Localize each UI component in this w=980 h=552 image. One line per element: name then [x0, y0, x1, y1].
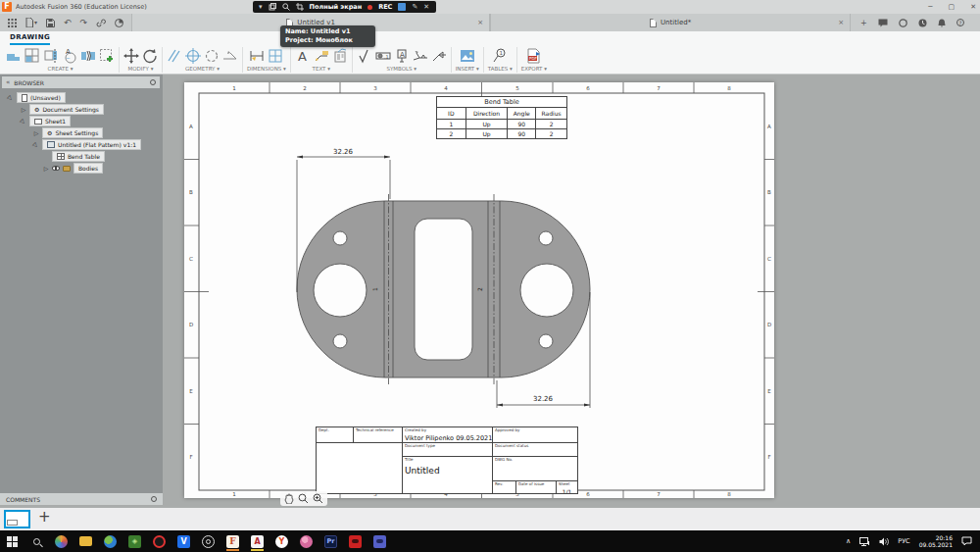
panel-options-icon[interactable]	[150, 79, 156, 85]
datum-identifier-icon[interactable]: A	[394, 48, 410, 64]
move-icon[interactable]	[123, 48, 139, 64]
tree-item-bend-table[interactable]: Bend Table	[52, 151, 105, 162]
group-label[interactable]: EXPORT ▾	[521, 66, 547, 72]
welding-symbol-icon[interactable]	[413, 48, 428, 64]
help-icon[interactable]: ?	[956, 19, 964, 26]
group-label[interactable]: SYMBOLS ▾	[386, 66, 416, 72]
expander-icon[interactable]: ▷	[21, 106, 26, 113]
break-view-icon[interactable]	[80, 48, 96, 64]
action-center-icon[interactable]	[961, 536, 972, 546]
export-pdf-icon[interactable]: PDF	[526, 48, 542, 64]
pen-icon[interactable]: ✎	[412, 3, 417, 11]
taskbar-app-red[interactable]	[343, 530, 368, 552]
zoom-in-icon[interactable]	[313, 493, 323, 504]
flat-pattern-view[interactable]: 1 2 32.26 32.26	[282, 145, 606, 418]
taskbar-search-icon[interactable]	[24, 530, 49, 552]
centermark-icon[interactable]	[185, 48, 201, 64]
tray-clock[interactable]: 20:16 09.05.2021	[919, 534, 953, 548]
sketch-circle-icon[interactable]	[204, 48, 220, 64]
expander-icon[interactable]: ▷	[31, 140, 40, 149]
collapse-panel-icon[interactable]: «	[6, 78, 10, 86]
group-label[interactable]: INSERT ▾	[456, 66, 479, 72]
dimension-icon[interactable]	[249, 48, 265, 64]
leader-text-icon[interactable]	[314, 48, 329, 64]
fullscreen-mode-button[interactable]: Полный экран	[310, 3, 363, 11]
taskbar-app-premiere[interactable]: Pr	[318, 530, 343, 552]
note-icon[interactable]	[332, 48, 348, 64]
group-label[interactable]: DIMENSIONS ▾	[247, 66, 286, 72]
feature-control-frame-icon[interactable]: .1	[375, 48, 391, 64]
add-sheet-icon[interactable]: +	[38, 508, 51, 526]
expander-icon[interactable]: ▷	[19, 117, 27, 125]
tree-item-unsaved[interactable]: ▷ (Unsaved)	[8, 92, 66, 103]
text-icon[interactable]: A	[295, 48, 311, 64]
taskbar-app-recorder[interactable]	[147, 530, 172, 552]
maximize-icon[interactable]: ▢	[949, 3, 956, 11]
group-label[interactable]: TABLES ▾	[488, 66, 513, 72]
surface-finish-icon[interactable]	[357, 48, 372, 64]
taskbar-app-globe[interactable]	[98, 530, 122, 552]
magnifier-icon[interactable]	[282, 3, 290, 11]
group-label[interactable]: CREATE ▾	[48, 66, 74, 72]
tree-item-flat-pattern[interactable]: ▷ Untitled (Flat Pattern) v1:1	[33, 139, 141, 150]
tray-chevron-icon[interactable]: ∧	[846, 537, 851, 545]
tree-item-sheet1[interactable]: ▷ Sheet1	[21, 116, 71, 126]
visibility-eye-icon[interactable]	[52, 166, 60, 171]
browser-panel-header[interactable]: « BROWSER	[2, 76, 160, 88]
centerline-icon[interactable]	[167, 48, 182, 64]
edge-symbol-icon[interactable]	[431, 48, 447, 64]
base-view-icon[interactable]	[6, 48, 22, 64]
taskbar-app-pink[interactable]	[294, 530, 318, 552]
sheet1-thumbnail-tab[interactable]	[4, 510, 30, 528]
close-icon[interactable]: ✕	[970, 3, 976, 11]
tree-item-bodies[interactable]: ▷ Bodies	[43, 163, 103, 174]
redo-icon[interactable]: ↷	[80, 19, 88, 27]
feedback-icon[interactable]	[878, 19, 888, 27]
title-block[interactable]: Dept. Technical reference Created by Vik…	[316, 427, 578, 494]
expander-icon[interactable]: ▷	[33, 129, 39, 136]
taskbar-app-compass[interactable]	[49, 530, 74, 552]
data-panel-grid-icon[interactable]	[8, 19, 17, 27]
sync-icon[interactable]	[899, 19, 907, 27]
copy-icon[interactable]	[269, 3, 276, 11]
language-indicator[interactable]: РУС	[898, 537, 909, 545]
baseline-dimension-icon[interactable]	[268, 48, 283, 64]
file-menu-caret-icon[interactable]: ▾	[34, 20, 37, 25]
recorder-panel-icon[interactable]	[398, 3, 406, 11]
zoom-window-icon[interactable]	[298, 493, 309, 504]
taskbar-app-autocad[interactable]: A	[245, 530, 270, 552]
taskbar-file-explorer[interactable]	[74, 530, 98, 552]
insert-image-icon[interactable]	[460, 48, 475, 64]
edge-extension-icon[interactable]	[222, 48, 238, 64]
detail-view-icon[interactable]: A	[62, 48, 77, 64]
job-status-icon[interactable]	[115, 19, 123, 27]
taskbar-app-green[interactable]: ◈	[122, 530, 147, 552]
recorder-close-icon[interactable]: ✕	[423, 3, 429, 11]
tab-close-icon[interactable]: ×	[838, 19, 844, 26]
file-menu-icon[interactable]	[25, 18, 33, 27]
expander-icon[interactable]: ▷	[6, 93, 15, 102]
start-button[interactable]	[0, 530, 24, 552]
balloon-icon[interactable]: 1	[492, 48, 508, 64]
save-icon[interactable]	[46, 19, 55, 27]
panel-options-icon[interactable]	[151, 496, 157, 502]
workspace-tab-drawing[interactable]: DRAWING	[10, 33, 50, 45]
section-view-icon[interactable]	[43, 48, 59, 64]
notification-bell-icon[interactable]	[938, 19, 946, 27]
taskbar-app-v[interactable]: V	[172, 530, 196, 552]
expander-icon[interactable]: ▷	[43, 165, 49, 172]
group-label[interactable]: TEXT ▾	[313, 66, 330, 72]
group-label[interactable]: GEOMETRY ▾	[185, 66, 220, 72]
tab-untitled[interactable]: Untitled* ×	[490, 14, 851, 31]
add-tab-icon[interactable]: +	[860, 19, 867, 27]
volume-icon[interactable]	[879, 537, 889, 546]
tree-item-document-settings[interactable]: ▷ ⚙Document Settings	[21, 104, 104, 115]
bend-table[interactable]: Bend Table ID Direction Angle Radius 1 U…	[436, 96, 567, 139]
crop-icon[interactable]	[296, 3, 304, 11]
network-icon[interactable]	[859, 537, 870, 546]
pan-icon[interactable]	[284, 493, 294, 504]
comments-panel-header[interactable]: COMMENTS	[0, 493, 163, 505]
tree-item-sheet-settings[interactable]: ▷ ⚙Sheet Settings	[33, 127, 103, 138]
taskbar-app-indigo[interactable]	[368, 530, 392, 552]
taskbar-app-target[interactable]	[196, 530, 220, 552]
